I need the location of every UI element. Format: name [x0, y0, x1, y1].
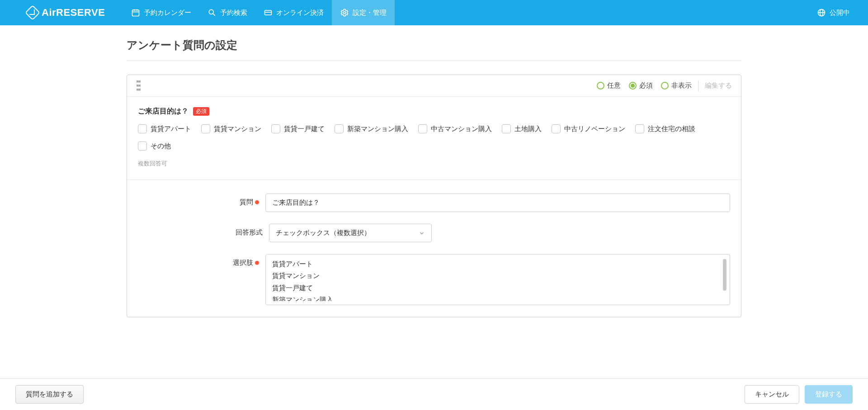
visibility-radio-group: 任意 必須 非表示 [597, 81, 692, 90]
checkbox-option[interactable]: 注文住宅の相談 [635, 124, 695, 133]
required-badge: 必須 [193, 107, 209, 116]
checkbox-icon [418, 124, 427, 133]
nav-label: 設定・管理 [353, 9, 387, 17]
option-checkbox-list: 賃貸アパート賃貸マンション賃貸一戸建て新築マンション購入中古マンション購入土地購… [138, 124, 730, 151]
checkbox-icon [635, 124, 644, 133]
nav-search[interactable]: 予約検索 [199, 0, 255, 25]
checkbox-icon [335, 124, 344, 133]
label-answer-type: 回答形式 [236, 228, 263, 237]
svg-point-8 [344, 12, 346, 14]
checkbox-option[interactable]: 土地購入 [502, 124, 542, 133]
nav-payment[interactable]: オンライン決済 [255, 0, 332, 25]
label-choices: 選択肢 [233, 259, 253, 267]
checkbox-icon [138, 124, 147, 133]
globe-icon [817, 8, 826, 17]
checkbox-option[interactable]: 新築マンション購入 [335, 124, 408, 133]
checkbox-icon [552, 124, 561, 133]
top-header: AirRESERVE 予約カレンダー 予約検索 オンライン決済 設定・管理 公開… [0, 0, 868, 25]
required-dot-icon [255, 200, 259, 204]
publish-status[interactable]: 公開中 [817, 8, 859, 17]
checkbox-option[interactable]: その他 [138, 141, 171, 151]
drag-handle-icon[interactable]: ▪▪▪▪▪▪ [136, 80, 140, 92]
calendar-icon [131, 8, 140, 17]
page-title: アンケート質問の設定 [127, 34, 741, 61]
card-header: ▪▪▪▪▪▪ 任意 必須 非表示 編集する [127, 75, 741, 97]
main-nav: 予約カレンダー 予約検索 オンライン決済 設定・管理 [123, 0, 395, 25]
radio-hidden[interactable]: 非表示 [661, 81, 692, 90]
checkbox-icon [138, 141, 147, 151]
label-question: 質問 [240, 198, 253, 207]
status-text: 公開中 [830, 9, 850, 17]
question-title: ご来店目的は？ [138, 107, 189, 116]
card-icon [264, 8, 273, 17]
svg-point-4 [209, 9, 214, 14]
checkbox-option[interactable]: 賃貸マンション [201, 124, 261, 133]
radio-optional[interactable]: 任意 [597, 81, 621, 90]
svg-rect-0 [132, 10, 139, 16]
question-card: ▪▪▪▪▪▪ 任意 必須 非表示 編集する ご来店目的は？ 必須 賃貸アパート賃… [127, 75, 741, 317]
nav-settings[interactable]: 設定・管理 [332, 0, 395, 25]
brand-text: AirRESERVE [42, 7, 105, 19]
checkbox-option[interactable]: 中古リノベーション [552, 124, 625, 133]
checkbox-icon [201, 124, 210, 133]
question-title-row: ご来店目的は？ 必須 [138, 107, 730, 116]
checkbox-option[interactable]: 賃貸アパート [138, 124, 191, 133]
divider [698, 80, 698, 91]
checkbox-option[interactable]: 賃貸一戸建て [271, 124, 325, 133]
logo-icon [25, 5, 40, 20]
checkbox-icon [502, 124, 511, 133]
helper-text: 複数回答可 [138, 160, 730, 168]
nav-label: オンライン決済 [276, 9, 324, 17]
radio-required[interactable]: 必須 [629, 81, 653, 90]
search-icon [208, 8, 217, 17]
checkbox-option[interactable]: 中古マンション購入 [418, 124, 492, 133]
gear-icon [340, 8, 349, 17]
question-input[interactable]: ご来店目的は？ [265, 193, 730, 212]
brand-logo[interactable]: AirRESERVE [27, 7, 105, 19]
nav-label: 予約カレンダー [144, 9, 191, 17]
edit-link[interactable]: 編集する [705, 81, 732, 90]
nav-calendar[interactable]: 予約カレンダー [123, 0, 199, 25]
question-form: 質問 ご来店目的は？ 回答形式 チェックボックス（複数選択） 選択肢 賃貸アパー… [127, 179, 741, 305]
checkbox-icon [271, 124, 280, 133]
answer-type-select[interactable]: チェックボックス（複数選択） [269, 224, 432, 242]
scrollbar[interactable] [722, 258, 728, 301]
nav-label: 予約検索 [220, 9, 247, 17]
chevron-down-icon [419, 230, 425, 236]
choices-textarea[interactable]: 賃貸アパート賃貸マンション賃貸一戸建て新築マンション購入 [265, 254, 730, 305]
svg-line-5 [213, 14, 215, 16]
required-dot-icon [255, 261, 259, 265]
